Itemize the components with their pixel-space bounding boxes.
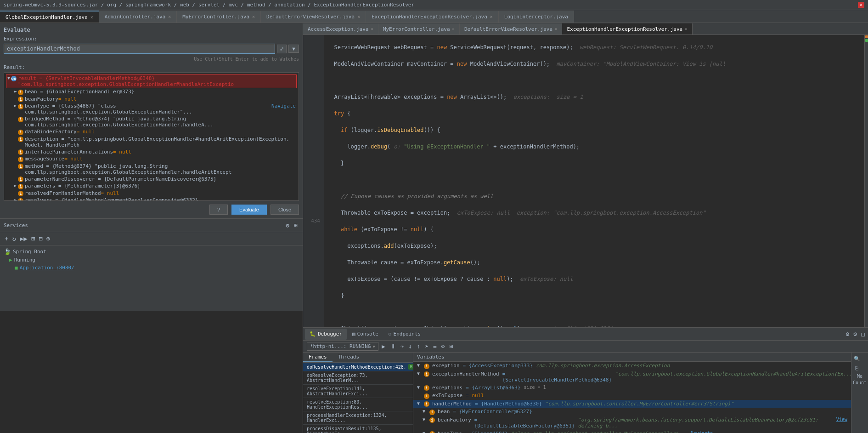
tab-default-error-view-2[interactable]: DefaultErrorViewResolver.java × bbox=[460, 23, 562, 34]
filter-icon[interactable]: ⊟ bbox=[38, 234, 43, 243]
frame-item-1[interactable]: doResolveException:73, AbstractHandlerM.… bbox=[303, 371, 413, 385]
expand-button[interactable]: ⤢ bbox=[277, 45, 287, 53]
running-group[interactable]: ▶ Running bbox=[0, 256, 303, 264]
pause-icon[interactable]: ⏸ bbox=[389, 342, 397, 351]
settings2-icon[interactable]: ⚙ bbox=[845, 330, 851, 338]
result-row-1[interactable]: ► i bean = {GlobalExceptionHandl er@373} bbox=[6, 88, 297, 96]
code-line: exceptions.add(exToExpose); bbox=[327, 242, 861, 250]
settings-icon[interactable]: ⚙ bbox=[284, 221, 291, 230]
tab-access-exception[interactable]: AccessException.java × bbox=[303, 23, 378, 34]
search-vars-icon[interactable]: 🔍 bbox=[853, 354, 861, 363]
result-row-5[interactable]: i dataBinderFactory = null bbox=[6, 128, 297, 136]
application-item[interactable]: ■ Application :8080/ bbox=[0, 264, 303, 272]
code-line: ArrayList<Throwable> exceptions = new Ar… bbox=[327, 93, 861, 101]
result-row-13[interactable]: ► i resolvers = {HandlerMethodArgumentRe… bbox=[6, 197, 297, 201]
frame-item-0[interactable]: doResolveHandlerMethodException:428, RUN… bbox=[303, 363, 413, 371]
group-icon[interactable]: ⊞ bbox=[30, 234, 36, 243]
console-tab[interactable]: ▤ Console bbox=[348, 329, 383, 340]
frame-item-5[interactable]: processDispatchResult:1135, DispatcherSe… bbox=[303, 425, 413, 433]
result-row-7[interactable]: i interfaceParameterAnnotations = null bbox=[6, 148, 297, 156]
tab-close-icon[interactable]: × bbox=[168, 14, 171, 19]
result-row-0[interactable]: ▼ oo result = {ServletInvocableHandlerMe… bbox=[6, 74, 297, 88]
result-content[interactable]: ▼ oo result = {ServletInvocableHandlerMe… bbox=[4, 72, 299, 201]
tab-close-icon[interactable]: × bbox=[555, 27, 557, 31]
tab-close-icon[interactable]: × bbox=[371, 27, 373, 31]
resume-icon[interactable]: ▶ bbox=[380, 342, 387, 351]
evaluate-button[interactable]: Evaluate bbox=[231, 205, 267, 215]
run-all-icon[interactable]: ▶▶ bbox=[19, 234, 28, 243]
frames-tab[interactable]: Frames bbox=[303, 353, 333, 362]
settings3-icon[interactable]: ⚙ bbox=[852, 330, 858, 338]
var-handlermethod[interactable]: ▼ i handlerMethod = {HandlerMethod@6330}… bbox=[413, 400, 851, 408]
expand2-icon[interactable]: □ bbox=[860, 330, 866, 338]
close-evaluate-button[interactable]: Close bbox=[271, 205, 299, 215]
reload-icon[interactable]: ↻ bbox=[11, 234, 17, 243]
tab-close-icon[interactable]: × bbox=[357, 14, 360, 19]
frame-item-2[interactable]: resolveException:141, AbstractHandlerExc… bbox=[303, 385, 413, 398]
spring-boot-group[interactable]: 🍃 Spring Boot bbox=[0, 247, 303, 256]
threads-tab[interactable]: Threads bbox=[333, 353, 365, 362]
main-layout: Evaluate Expression: ⤢ ▼ Use Ctrl+Shift+… bbox=[0, 23, 868, 433]
step-into-icon[interactable]: ↓ bbox=[407, 342, 414, 351]
result-row-10[interactable]: i parameterNameDiscoverer = {DefaultPara… bbox=[6, 176, 297, 183]
result-row-2[interactable]: i beanFactory = null bbox=[6, 96, 297, 103]
tab-default-error-view-resolver[interactable]: DefaultErrorViewResolver.java × bbox=[261, 11, 366, 23]
tab-my-error-controller-2[interactable]: MyErrorController.java × bbox=[378, 23, 460, 34]
var-exceptions[interactable]: ▼ i exceptions = {ArrayList@6363} size =… bbox=[413, 384, 851, 392]
result-row-4[interactable]: i bridgedMethod = {Method@374} "public j… bbox=[6, 115, 297, 128]
var-bean[interactable]: ▼ i bean = {MyErrorController@6327} bbox=[413, 408, 851, 416]
frames-tabs: Frames Threads bbox=[303, 353, 413, 363]
step-over-icon[interactable]: ↷ bbox=[399, 342, 406, 351]
tab-close-icon[interactable]: × bbox=[490, 14, 493, 19]
tab-admin-controller[interactable]: AdminController.java × bbox=[99, 11, 177, 23]
evaluate-expr-icon[interactable]: = bbox=[432, 342, 438, 351]
result-row-9[interactable]: i method = {Method@6374} "public java.la… bbox=[6, 163, 297, 176]
navigate-link[interactable]: Navigate bbox=[271, 103, 296, 109]
result-row-11[interactable]: ► i parameters = {MethodParameter[3]@637… bbox=[6, 182, 297, 190]
result-val: = null bbox=[113, 149, 131, 155]
var-hint: "com.llp.springboot.controller.MyErrorCo… bbox=[545, 401, 734, 407]
navigate-link2[interactable]: Navigate bbox=[691, 431, 713, 433]
tab-close-icon[interactable]: × bbox=[90, 15, 93, 20]
expand-icon[interactable]: ⊞ bbox=[293, 221, 299, 230]
copy-vars-icon[interactable]: ⎘ bbox=[853, 364, 861, 372]
tab-login-interceptor[interactable]: LoginInterceptor.java bbox=[499, 11, 574, 23]
add-icon[interactable]: + bbox=[4, 234, 9, 243]
var-beantype[interactable]: ▼ i beanType = {Class@4884} "class com.l… bbox=[413, 430, 851, 433]
var-beanfactory[interactable]: ▼ i beanFactory = {DefaultListableBeanFa… bbox=[413, 416, 851, 430]
tab-close-icon[interactable]: × bbox=[685, 27, 687, 31]
spring-boot-label: Spring Boot bbox=[13, 249, 46, 255]
tab-my-error-controller[interactable]: MyErrorController.java × bbox=[177, 11, 261, 23]
result-row-8[interactable]: i messageSource = null bbox=[6, 155, 297, 163]
add-service-icon[interactable]: ⊕ bbox=[45, 234, 51, 243]
debugger-tab[interactable]: 🐛 Debugger bbox=[305, 329, 347, 340]
thread-dropdown[interactable]: *http-ni...: RUNNING ▼ bbox=[307, 342, 378, 351]
run-cursor-icon[interactable]: ➤ bbox=[423, 342, 430, 351]
view-link2[interactable]: View bbox=[836, 417, 847, 422]
code-content: ServiceWebRequest webRequest = new Servi… bbox=[324, 35, 864, 327]
var-exception[interactable]: ▼ i exception = {AccessException@333} co… bbox=[413, 362, 851, 370]
tab-exception-handler-resolver[interactable]: ExceptionHandlerExceptionResolver.java × bbox=[366, 11, 499, 23]
var-extoexpose[interactable]: i exToExpose = null bbox=[413, 392, 851, 400]
tab-close-icon[interactable]: × bbox=[452, 27, 455, 31]
restore-layout-icon[interactable]: ⊞ bbox=[448, 342, 455, 351]
frame-item-4[interactable]: processHandlerException:1324, HandlerExc… bbox=[303, 411, 413, 425]
step-out-icon[interactable]: ↑ bbox=[415, 342, 422, 351]
dropdown-button[interactable]: ▼ bbox=[288, 45, 299, 53]
result-row-6[interactable]: i description = "com.llp.springboot.Glob… bbox=[6, 136, 297, 148]
tab-global-exception-handler[interactable]: GlobalExceptionHandler.java × bbox=[0, 11, 99, 23]
mute-icon[interactable]: ⊘ bbox=[440, 342, 446, 351]
endpoints-tab[interactable]: ⊕ Endpoints bbox=[384, 329, 425, 340]
evaluate-input[interactable] bbox=[4, 44, 275, 54]
tab-close-icon[interactable]: × bbox=[252, 14, 255, 19]
result-row-3[interactable]: ► i beanType = {Class@4887} "class com.l… bbox=[6, 103, 297, 115]
application-link[interactable]: Application :8080/ bbox=[20, 265, 74, 271]
var-exceptionhandlermethod[interactable]: ▼ i exceptionHandlerMethod = {ServletInv… bbox=[413, 370, 851, 384]
close-button[interactable]: × bbox=[858, 2, 864, 8]
code-line bbox=[327, 308, 861, 316]
frame-item-3[interactable]: resolveException:80, HandlerExceptionRes… bbox=[303, 398, 413, 411]
tab-exception-handler-2[interactable]: ExceptionHandlerExceptionResolver.java × bbox=[562, 23, 692, 34]
result-row-12[interactable]: i resolvedFromHandlerMethod = null bbox=[6, 190, 297, 197]
var-toggle-icon: ▼ bbox=[417, 385, 423, 390]
help-button[interactable]: ? bbox=[209, 205, 228, 215]
